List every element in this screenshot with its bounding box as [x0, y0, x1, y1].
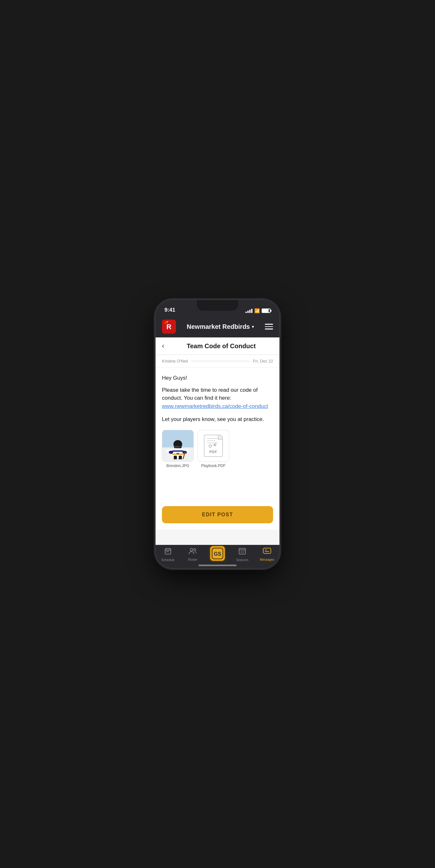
edit-post-button[interactable]: EDIT POST [162, 506, 273, 523]
signal-bar-3 [249, 310, 250, 313]
svg-point-32 [209, 445, 211, 447]
svg-rect-50 [263, 548, 271, 554]
page-title: Team Code of Conduct [169, 342, 273, 350]
hamburger-line-1 [265, 324, 273, 325]
post-body1: Please take the time to read our code of… [162, 386, 273, 410]
notch [197, 300, 238, 311]
svg-text:GS: GS [214, 551, 221, 557]
svg-rect-40 [166, 551, 167, 552]
pdf-text-label: PDF [209, 450, 218, 454]
gs-logo-icon: GS [209, 545, 226, 562]
post-body2: Let your players know, see you at practi… [162, 415, 273, 424]
signal-bar-4 [251, 309, 253, 313]
schedule-icon [164, 548, 172, 557]
home-indicator [198, 565, 237, 566]
hamburger-line-2 [265, 326, 273, 327]
code-of-conduct-link[interactable]: www.newmarketredbirds.ca/code-of-conduct [162, 403, 268, 409]
svg-point-43 [194, 549, 196, 551]
hamburger-menu-button[interactable] [265, 324, 273, 330]
seasons-icon: 2:0 [238, 548, 246, 557]
team-logo-icon: R [162, 320, 176, 334]
top-nav: R Newmarket Redbirds ▾ [156, 316, 279, 337]
edit-post-area: EDIT POST [156, 501, 279, 530]
attachments-list: 88 [162, 430, 273, 468]
svg-rect-28 [178, 459, 182, 460]
svg-line-34 [211, 445, 214, 445]
battery-fill [262, 309, 269, 312]
signal-bar-1 [245, 312, 247, 313]
phone-frame: 9:41 📶 R Newmarke [156, 300, 279, 568]
tab-schedule[interactable]: Schedule [159, 548, 177, 562]
dropdown-arrow-icon[interactable]: ▾ [252, 324, 254, 329]
app-content: R Newmarket Redbirds ▾ ‹ Team Code of Co… [156, 316, 279, 568]
content-spacer [162, 468, 273, 493]
tab-home[interactable]: GS [208, 548, 227, 562]
post-body: Hey Guys! Please take the time to read o… [156, 368, 279, 501]
page-header: ‹ Team Code of Conduct [156, 337, 279, 355]
back-button[interactable]: ‹ [162, 342, 164, 350]
post-meta-divider [191, 361, 250, 361]
tab-seasons-label: Seasons [236, 558, 248, 562]
svg-rect-41 [168, 551, 169, 552]
attachment-pdf[interactable]: PDF Playbook.PDF [198, 430, 229, 468]
post-body1-text: Please take the time to read our code of… [162, 387, 258, 401]
svg-point-42 [190, 548, 193, 551]
team-name: Newmarket Redbirds [187, 323, 250, 331]
tab-seasons[interactable]: 2:0 Seasons [233, 548, 252, 562]
hockey-player-illustration: 88 [162, 430, 193, 461]
svg-rect-25 [174, 456, 177, 459]
attachment-pdf-label: Playbook.PDF [201, 464, 226, 468]
status-icons: 📶 [245, 308, 270, 313]
svg-text:2:0: 2:0 [240, 551, 244, 554]
signal-bar-2 [247, 311, 248, 313]
tab-roster[interactable]: Roster [183, 548, 202, 561]
messages-icon [263, 548, 271, 557]
svg-rect-10 [172, 450, 183, 452]
attachment-image[interactable]: 88 [162, 430, 194, 468]
tab-messages-label: Messages [260, 558, 274, 561]
pdf-thumbnail: PDF [198, 430, 229, 461]
tab-messages[interactable]: Messages [258, 548, 276, 561]
wifi-icon: 📶 [254, 308, 260, 313]
post-greeting: Hey Guys! [162, 374, 273, 382]
roster-icon [189, 548, 197, 557]
main-content: Kristine O'Neil Fri, Dec 22 Hey Guys! Pl… [156, 355, 279, 545]
tab-roster-label: Roster [188, 558, 197, 561]
team-name-area: Newmarket Redbirds ▾ [176, 323, 265, 331]
status-time: 9:41 [165, 307, 175, 313]
signal-bars-icon [245, 309, 253, 313]
svg-point-22 [169, 451, 173, 454]
post-author: Kristine O'Neil [162, 359, 188, 364]
pdf-document-icon: PDF [204, 435, 223, 457]
svg-text:R: R [166, 323, 171, 331]
svg-text:88: 88 [176, 452, 179, 455]
post-meta: Kristine O'Neil Fri, Dec 22 [156, 355, 279, 368]
attachment-thumb-image: 88 [162, 430, 194, 462]
attachment-thumb-pdf: PDF [198, 430, 229, 462]
svg-rect-27 [173, 459, 177, 460]
svg-rect-26 [179, 456, 182, 459]
attachment-image-label: Brendon.JPG [166, 464, 189, 468]
hamburger-line-3 [265, 329, 273, 330]
pdf-corner [218, 435, 222, 440]
post-date: Fri, Dec 22 [253, 359, 273, 364]
battery-icon [262, 309, 270, 313]
tab-schedule-label: Schedule [161, 558, 175, 562]
